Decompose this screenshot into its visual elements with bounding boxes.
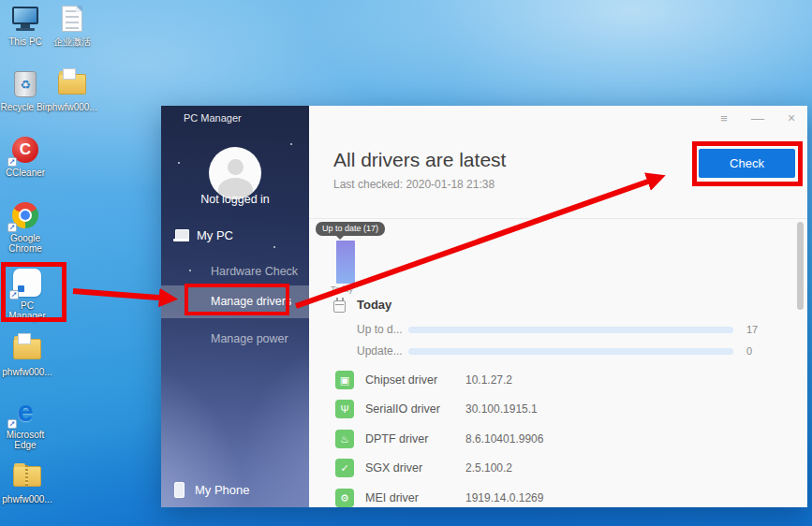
driver-version: 8.6.10401.9906 [465, 432, 543, 446]
section-title-today: Today [357, 298, 391, 312]
edge-icon: e ➚ [8, 396, 42, 428]
driver-row-serialio[interactable]: Ψ SerialIO driver 30.100.1915.1 [309, 395, 807, 424]
close-icon[interactable]: × [783, 110, 800, 126]
chipset-driver-icon: ▣ [335, 371, 354, 389]
shortcut-arrow-icon: ➚ [7, 223, 17, 232]
nav-label: My Phone [195, 483, 250, 497]
up-to-date-tooltip: Up to date (17) [316, 222, 385, 236]
desktop-icon-label: Microsoft Edge [0, 430, 51, 450]
menu-icon[interactable]: ≡ [716, 110, 732, 126]
minimize-icon[interactable]: — [749, 110, 766, 126]
chart-bar-label: Today [331, 285, 353, 294]
sidebar: PC Manager Not logged in My PC Hardware … [161, 106, 309, 507]
star-dot [290, 143, 292, 145]
desktop-icon-zip[interactable]: phwfw000... [2, 460, 52, 504]
ccleaner-icon: C ➚ [8, 134, 42, 166]
desktop-icon-label: Recycle Bin [1, 102, 51, 112]
shortcut-arrow-icon: ➚ [9, 290, 19, 300]
stat-bar [408, 327, 733, 333]
app-title: PC Manager [184, 112, 242, 124]
desktop-icon-document[interactable]: 企业激活 [47, 3, 97, 47]
driver-version: 1919.14.0.1269 [465, 491, 543, 504]
desktop-icon-ccleaner[interactable]: C ➚ CCleaner [0, 134, 51, 178]
stat-label: Update... [357, 344, 403, 358]
desktop-icon-folder-2[interactable]: phwfw000... [2, 333, 52, 377]
sidebar-item-hardware-check[interactable]: Hardware Check [161, 260, 309, 283]
stat-value: 0 [746, 345, 752, 357]
login-status[interactable]: Not logged in [161, 193, 309, 206]
driver-name: DPTF driver [365, 432, 428, 446]
driver-row-dptf[interactable]: ♨ DPTF driver 8.6.10401.9906 [309, 425, 807, 454]
driver-row-sgx[interactable]: ✓ SGX driver 2.5.100.2 [309, 454, 807, 483]
stat-row-up-to-date: Up to d... 17 [309, 322, 807, 337]
page-title: All drivers are latest [333, 149, 506, 171]
shortcut-arrow-icon: ➚ [7, 157, 17, 167]
pc-manager-window: PC Manager Not logged in My PC Hardware … [161, 106, 807, 507]
stat-bar [408, 348, 733, 355]
titlebar-controls: ≡ — × [716, 110, 800, 126]
this-pc-icon [8, 3, 42, 35]
nav-label: Hardware Check [211, 265, 298, 278]
sidebar-item-my-pc[interactable]: My PC [161, 224, 309, 246]
stat-value: 17 [746, 324, 758, 335]
recycle-bin-icon: ♻ [8, 68, 42, 100]
driver-version: 30.100.1915.1 [465, 402, 538, 416]
driver-name: Chipset driver [365, 373, 437, 387]
nav-label: Manage drivers [211, 295, 291, 308]
desktop-icon-label: phwfw000... [47, 102, 96, 112]
desktop-icon-pc-manager[interactable]: ➚ PC Manager [2, 267, 52, 321]
desktop-icon-folder-1[interactable]: phwfw000... [47, 68, 97, 112]
folder-icon [55, 68, 89, 100]
content-pane: ≡ — × All drivers are latest Last checke… [309, 106, 807, 507]
phone-icon [174, 482, 185, 498]
desktop-icon-this-pc[interactable]: This PC [0, 3, 51, 47]
driver-version: 2.5.100.2 [465, 461, 512, 475]
star-dot [178, 162, 180, 164]
desktop-icon-edge[interactable]: e ➚ Microsoft Edge [0, 396, 51, 450]
desktop-icon-label: This PC [8, 37, 42, 47]
shortcut-arrow-icon: ➚ [7, 419, 17, 429]
serialio-driver-icon: Ψ [335, 400, 354, 418]
desktop-icon-label: 企业激活 [53, 37, 91, 47]
driver-version: 10.1.27.2 [465, 373, 512, 387]
star-dot [273, 246, 275, 248]
folder-icon [10, 333, 44, 365]
chrome-icon: ➚ [8, 199, 42, 231]
scrollbar-thumb[interactable] [797, 222, 804, 310]
driver-row-chipset[interactable]: ▣ Chipset driver 10.1.27.2 [309, 366, 807, 395]
pc-manager-icon: ➚ [10, 267, 44, 299]
chart-bar-today[interactable] [336, 241, 355, 284]
last-checked-text: Last checked: 2020-01-18 21:38 [333, 178, 495, 191]
sidebar-item-manage-power[interactable]: Manage power [161, 328, 309, 350]
driver-name: SerialIO driver [365, 402, 440, 416]
desktop-icon-label: phwfw000... [2, 367, 52, 377]
sgx-driver-icon: ✓ [335, 459, 354, 477]
avatar[interactable] [209, 147, 261, 199]
nav-label: My PC [197, 228, 233, 242]
desktop-icon-chrome[interactable]: ➚ Google Chrome [0, 199, 51, 254]
document-icon [55, 3, 89, 35]
driver-name: SGX driver [365, 461, 422, 475]
desktop-icon-recycle-bin[interactable]: ♻ Recycle Bin [0, 68, 51, 112]
driver-name: MEI driver [365, 491, 419, 504]
desktop-icon-label: CCleaner [6, 168, 45, 178]
desktop-icon-label: phwfw000... [2, 494, 52, 504]
driver-row-mei[interactable]: ⚙ MEI driver 1919.14.0.1269 [309, 484, 807, 513]
laptop-icon [173, 229, 189, 241]
desktop-icon-label: PC Manager [2, 300, 52, 321]
zip-folder-icon [10, 460, 44, 492]
mei-driver-icon: ⚙ [335, 489, 354, 507]
sidebar-item-my-phone[interactable]: My Phone [161, 478, 309, 501]
header-divider [309, 218, 807, 219]
desktop-icon-label: Google Chrome [0, 233, 51, 254]
stat-label: Up to d... [357, 323, 403, 336]
dptf-driver-icon: ♨ [335, 430, 354, 448]
stat-row-update: Update... 0 [309, 343, 807, 358]
check-button[interactable]: Check [699, 149, 795, 178]
calendar-icon [333, 300, 346, 313]
nav-label: Manage power [211, 332, 288, 345]
sidebar-item-manage-drivers[interactable]: Manage drivers [161, 290, 309, 313]
